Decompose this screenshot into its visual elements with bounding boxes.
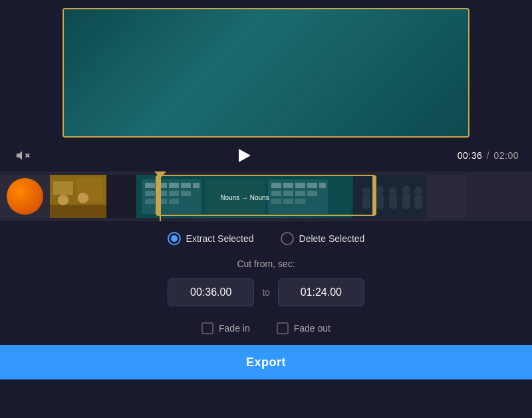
svg-point-41 [376, 186, 384, 194]
controls-bar: 00:36 / 02:00 [0, 140, 532, 171]
svg-point-45 [402, 185, 410, 193]
timeline-thumb-1 [0, 175, 50, 218]
svg-rect-4 [53, 181, 73, 195]
total-time: 02:00 [493, 150, 519, 161]
timeline-thumb-end [426, 175, 466, 218]
cut-label: Cut from, sec: [237, 259, 295, 269]
fade-in-option[interactable]: Fade in [201, 322, 250, 334]
fade-in-checkbox[interactable] [201, 322, 213, 334]
delete-selected-option[interactable]: Delete Selected [281, 232, 365, 245]
svg-rect-22 [145, 199, 155, 204]
time-separator: / [483, 150, 492, 161]
playhead [160, 171, 161, 221]
svg-point-47 [414, 187, 422, 195]
timeline-container[interactable]: Nouns → Nouns [0, 171, 532, 221]
options-section: Extract Selected Delete Selected [0, 221, 532, 252]
extract-radio[interactable] [168, 232, 181, 245]
segment-handle-right[interactable] [372, 176, 376, 215]
video-container [0, 0, 532, 140]
delete-radio[interactable] [281, 232, 294, 245]
svg-rect-13 [145, 183, 155, 188]
svg-rect-6 [50, 205, 106, 218]
cut-section: Cut from, sec: 00:36.00 to 01:24.00 [0, 252, 532, 317]
svg-rect-48 [414, 195, 422, 209]
mute-button[interactable] [13, 146, 32, 165]
svg-point-8 [78, 193, 88, 203]
play-button[interactable] [233, 144, 257, 167]
fade-out-label: Fade out [294, 323, 331, 334]
timeline-thumb-gap [106, 175, 136, 218]
svg-rect-18 [145, 191, 155, 196]
svg-point-7 [58, 195, 68, 205]
svg-rect-44 [389, 195, 397, 209]
fade-out-option[interactable]: Fade out [277, 322, 331, 334]
cut-to-input[interactable]: 01:24.00 [278, 278, 364, 306]
fade-out-checkbox[interactable] [277, 322, 289, 334]
selected-segment[interactable] [156, 175, 376, 216]
cut-inputs: 00:36.00 to 01:24.00 [168, 278, 364, 306]
cut-from-input[interactable]: 00:36.00 [168, 278, 254, 306]
svg-rect-46 [402, 193, 410, 209]
fade-in-label: Fade in [219, 323, 250, 334]
current-time: 00:36 [458, 150, 483, 161]
play-icon [239, 149, 251, 162]
extract-selected-option[interactable]: Extract Selected [168, 232, 254, 245]
timeline-thumb-2 [50, 175, 106, 218]
svg-rect-42 [376, 194, 384, 209]
export-button[interactable]: Export [0, 345, 532, 379]
video-frame [63, 8, 469, 138]
fade-section: Fade in Fade out [0, 317, 532, 345]
svg-point-43 [389, 187, 397, 195]
to-separator: to [262, 287, 270, 298]
delete-label: Delete Selected [299, 233, 365, 244]
orange-circle-graphic [7, 178, 43, 215]
time-display: 00:36 / 02:00 [458, 150, 519, 161]
extract-label: Extract Selected [186, 233, 254, 244]
svg-marker-0 [17, 152, 22, 160]
